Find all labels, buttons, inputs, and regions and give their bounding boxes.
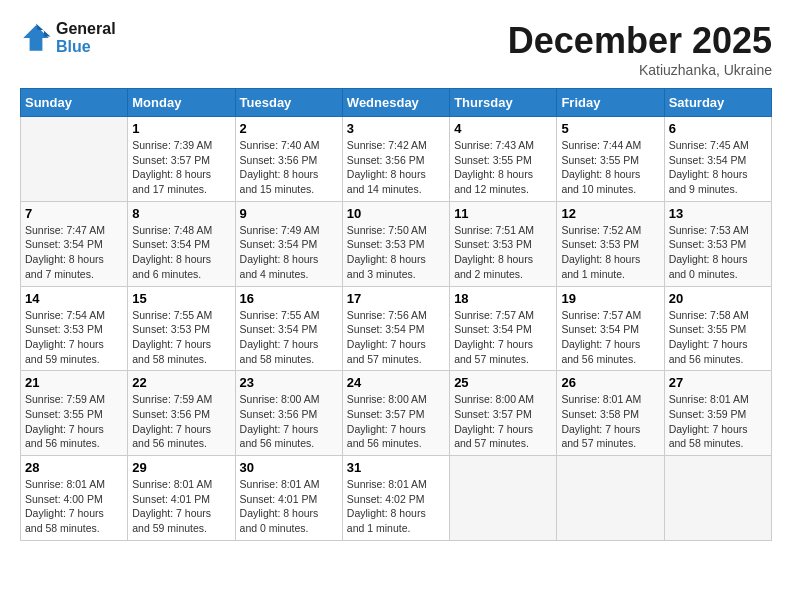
day-info: Sunrise: 7:59 AMSunset: 3:55 PMDaylight:… xyxy=(25,392,123,451)
svg-marker-0 xyxy=(23,25,49,51)
day-info: Sunrise: 7:39 AMSunset: 3:57 PMDaylight:… xyxy=(132,138,230,197)
title-block: December 2025 Katiuzhanka, Ukraine xyxy=(508,20,772,78)
day-cell: 13Sunrise: 7:53 AMSunset: 3:53 PMDayligh… xyxy=(664,201,771,286)
day-info: Sunrise: 7:52 AMSunset: 3:53 PMDaylight:… xyxy=(561,223,659,282)
logo: General Blue xyxy=(20,20,116,56)
day-cell: 5Sunrise: 7:44 AMSunset: 3:55 PMDaylight… xyxy=(557,117,664,202)
day-info: Sunrise: 7:40 AMSunset: 3:56 PMDaylight:… xyxy=(240,138,338,197)
day-cell: 19Sunrise: 7:57 AMSunset: 3:54 PMDayligh… xyxy=(557,286,664,371)
day-info: Sunrise: 7:58 AMSunset: 3:55 PMDaylight:… xyxy=(669,308,767,367)
day-number: 31 xyxy=(347,460,445,475)
day-number: 9 xyxy=(240,206,338,221)
weekday-header-sunday: Sunday xyxy=(21,89,128,117)
day-cell xyxy=(450,456,557,541)
day-cell: 20Sunrise: 7:58 AMSunset: 3:55 PMDayligh… xyxy=(664,286,771,371)
location-subtitle: Katiuzhanka, Ukraine xyxy=(508,62,772,78)
day-info: Sunrise: 7:57 AMSunset: 3:54 PMDaylight:… xyxy=(561,308,659,367)
day-info: Sunrise: 8:00 AMSunset: 3:57 PMDaylight:… xyxy=(454,392,552,451)
day-number: 16 xyxy=(240,291,338,306)
day-cell: 30Sunrise: 8:01 AMSunset: 4:01 PMDayligh… xyxy=(235,456,342,541)
week-row-5: 28Sunrise: 8:01 AMSunset: 4:00 PMDayligh… xyxy=(21,456,772,541)
day-number: 27 xyxy=(669,375,767,390)
day-number: 8 xyxy=(132,206,230,221)
day-cell: 11Sunrise: 7:51 AMSunset: 3:53 PMDayligh… xyxy=(450,201,557,286)
day-info: Sunrise: 8:01 AMSunset: 4:01 PMDaylight:… xyxy=(240,477,338,536)
week-row-4: 21Sunrise: 7:59 AMSunset: 3:55 PMDayligh… xyxy=(21,371,772,456)
week-row-3: 14Sunrise: 7:54 AMSunset: 3:53 PMDayligh… xyxy=(21,286,772,371)
day-cell: 8Sunrise: 7:48 AMSunset: 3:54 PMDaylight… xyxy=(128,201,235,286)
day-info: Sunrise: 8:01 AMSunset: 4:01 PMDaylight:… xyxy=(132,477,230,536)
day-cell: 3Sunrise: 7:42 AMSunset: 3:56 PMDaylight… xyxy=(342,117,449,202)
day-cell: 15Sunrise: 7:55 AMSunset: 3:53 PMDayligh… xyxy=(128,286,235,371)
weekday-header-monday: Monday xyxy=(128,89,235,117)
day-cell: 12Sunrise: 7:52 AMSunset: 3:53 PMDayligh… xyxy=(557,201,664,286)
day-info: Sunrise: 7:56 AMSunset: 3:54 PMDaylight:… xyxy=(347,308,445,367)
day-cell: 28Sunrise: 8:01 AMSunset: 4:00 PMDayligh… xyxy=(21,456,128,541)
day-cell: 22Sunrise: 7:59 AMSunset: 3:56 PMDayligh… xyxy=(128,371,235,456)
day-number: 20 xyxy=(669,291,767,306)
day-number: 13 xyxy=(669,206,767,221)
day-number: 15 xyxy=(132,291,230,306)
day-number: 22 xyxy=(132,375,230,390)
day-cell: 29Sunrise: 8:01 AMSunset: 4:01 PMDayligh… xyxy=(128,456,235,541)
day-info: Sunrise: 8:00 AMSunset: 3:56 PMDaylight:… xyxy=(240,392,338,451)
day-cell: 14Sunrise: 7:54 AMSunset: 3:53 PMDayligh… xyxy=(21,286,128,371)
day-number: 11 xyxy=(454,206,552,221)
day-info: Sunrise: 7:59 AMSunset: 3:56 PMDaylight:… xyxy=(132,392,230,451)
day-number: 30 xyxy=(240,460,338,475)
day-info: Sunrise: 7:43 AMSunset: 3:55 PMDaylight:… xyxy=(454,138,552,197)
day-number: 23 xyxy=(240,375,338,390)
day-cell: 6Sunrise: 7:45 AMSunset: 3:54 PMDaylight… xyxy=(664,117,771,202)
day-info: Sunrise: 7:54 AMSunset: 3:53 PMDaylight:… xyxy=(25,308,123,367)
weekday-header-wednesday: Wednesday xyxy=(342,89,449,117)
calendar-table: SundayMondayTuesdayWednesdayThursdayFrid… xyxy=(20,88,772,541)
day-info: Sunrise: 8:01 AMSunset: 3:58 PMDaylight:… xyxy=(561,392,659,451)
day-cell: 2Sunrise: 7:40 AMSunset: 3:56 PMDaylight… xyxy=(235,117,342,202)
day-cell: 9Sunrise: 7:49 AMSunset: 3:54 PMDaylight… xyxy=(235,201,342,286)
day-cell: 27Sunrise: 8:01 AMSunset: 3:59 PMDayligh… xyxy=(664,371,771,456)
weekday-header-saturday: Saturday xyxy=(664,89,771,117)
day-cell: 31Sunrise: 8:01 AMSunset: 4:02 PMDayligh… xyxy=(342,456,449,541)
day-info: Sunrise: 8:01 AMSunset: 4:02 PMDaylight:… xyxy=(347,477,445,536)
month-title: December 2025 xyxy=(508,20,772,62)
week-row-2: 7Sunrise: 7:47 AMSunset: 3:54 PMDaylight… xyxy=(21,201,772,286)
day-cell xyxy=(21,117,128,202)
day-info: Sunrise: 7:44 AMSunset: 3:55 PMDaylight:… xyxy=(561,138,659,197)
day-number: 14 xyxy=(25,291,123,306)
day-number: 7 xyxy=(25,206,123,221)
day-cell: 1Sunrise: 7:39 AMSunset: 3:57 PMDaylight… xyxy=(128,117,235,202)
day-number: 18 xyxy=(454,291,552,306)
weekday-header-tuesday: Tuesday xyxy=(235,89,342,117)
week-row-1: 1Sunrise: 7:39 AMSunset: 3:57 PMDaylight… xyxy=(21,117,772,202)
day-info: Sunrise: 7:55 AMSunset: 3:54 PMDaylight:… xyxy=(240,308,338,367)
day-cell: 16Sunrise: 7:55 AMSunset: 3:54 PMDayligh… xyxy=(235,286,342,371)
day-number: 19 xyxy=(561,291,659,306)
day-number: 17 xyxy=(347,291,445,306)
day-number: 29 xyxy=(132,460,230,475)
day-info: Sunrise: 7:42 AMSunset: 3:56 PMDaylight:… xyxy=(347,138,445,197)
day-cell: 21Sunrise: 7:59 AMSunset: 3:55 PMDayligh… xyxy=(21,371,128,456)
day-cell: 18Sunrise: 7:57 AMSunset: 3:54 PMDayligh… xyxy=(450,286,557,371)
day-number: 1 xyxy=(132,121,230,136)
day-info: Sunrise: 7:50 AMSunset: 3:53 PMDaylight:… xyxy=(347,223,445,282)
day-info: Sunrise: 7:55 AMSunset: 3:53 PMDaylight:… xyxy=(132,308,230,367)
day-number: 24 xyxy=(347,375,445,390)
day-cell: 7Sunrise: 7:47 AMSunset: 3:54 PMDaylight… xyxy=(21,201,128,286)
logo-text: General Blue xyxy=(56,20,116,56)
day-info: Sunrise: 8:01 AMSunset: 3:59 PMDaylight:… xyxy=(669,392,767,451)
day-number: 12 xyxy=(561,206,659,221)
logo-icon xyxy=(20,22,52,54)
day-number: 28 xyxy=(25,460,123,475)
day-info: Sunrise: 7:47 AMSunset: 3:54 PMDaylight:… xyxy=(25,223,123,282)
day-info: Sunrise: 7:57 AMSunset: 3:54 PMDaylight:… xyxy=(454,308,552,367)
day-info: Sunrise: 7:51 AMSunset: 3:53 PMDaylight:… xyxy=(454,223,552,282)
page-header: General Blue December 2025 Katiuzhanka, … xyxy=(20,20,772,78)
day-number: 5 xyxy=(561,121,659,136)
weekday-header-thursday: Thursday xyxy=(450,89,557,117)
weekday-header-row: SundayMondayTuesdayWednesdayThursdayFrid… xyxy=(21,89,772,117)
day-cell: 26Sunrise: 8:01 AMSunset: 3:58 PMDayligh… xyxy=(557,371,664,456)
day-cell: 4Sunrise: 7:43 AMSunset: 3:55 PMDaylight… xyxy=(450,117,557,202)
day-cell: 25Sunrise: 8:00 AMSunset: 3:57 PMDayligh… xyxy=(450,371,557,456)
day-info: Sunrise: 7:49 AMSunset: 3:54 PMDaylight:… xyxy=(240,223,338,282)
day-number: 2 xyxy=(240,121,338,136)
